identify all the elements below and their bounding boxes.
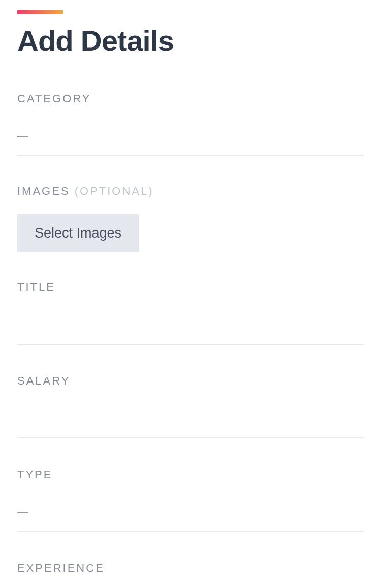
field-salary: SALARY <box>17 374 364 438</box>
select-images-button[interactable]: Select Images <box>17 214 139 252</box>
title-label: TITLE <box>17 281 364 294</box>
page-title: Add Details <box>17 23 364 57</box>
category-label: CATEGORY <box>17 92 364 105</box>
category-select[interactable]: — <box>17 116 364 156</box>
images-optional-text: (OPTIONAL) <box>75 185 154 197</box>
title-input[interactable] <box>17 305 364 345</box>
salary-label: SALARY <box>17 374 364 388</box>
images-label: IMAGES (OPTIONAL) <box>17 185 364 198</box>
type-select[interactable]: — <box>17 492 364 532</box>
type-label: TYPE <box>17 468 364 481</box>
field-category: CATEGORY — <box>17 92 364 156</box>
field-type: TYPE — <box>17 468 364 532</box>
accent-bar <box>17 10 63 14</box>
form-container: Add Details CATEGORY — IMAGES (OPTIONAL)… <box>0 0 381 575</box>
images-label-text: IMAGES <box>17 185 70 197</box>
experience-label: EXPERIENCE <box>17 562 364 575</box>
field-images: IMAGES (OPTIONAL) Select Images <box>17 185 364 252</box>
field-experience: EXPERIENCE <box>17 562 364 575</box>
salary-input[interactable] <box>17 399 364 438</box>
field-title: TITLE <box>17 281 364 345</box>
